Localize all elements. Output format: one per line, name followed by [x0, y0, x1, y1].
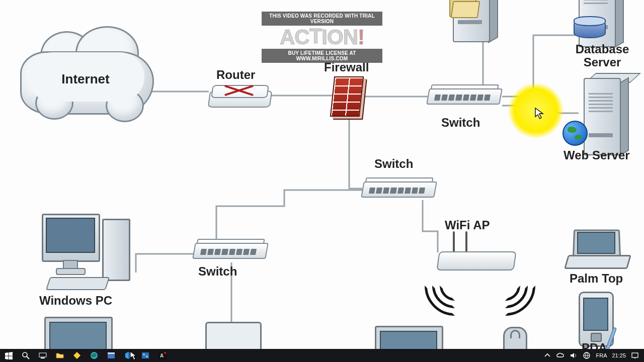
watermark-logo: ACTION! [262, 26, 382, 49]
mouse-cursor-icon [535, 108, 545, 121]
watermark-bottom-text: BUY LIFETIME LICENSE AT WWW.MIRILLIS.COM [262, 49, 382, 63]
search-button[interactable] [17, 349, 34, 362]
switch-mid-label: Switch [374, 157, 413, 171]
network-diagram: Internet Router Firewall Switch Switch [0, 0, 644, 349]
task-view-icon [39, 351, 47, 359]
database-cylinder-icon [574, 19, 604, 39]
action-recorder-button[interactable]: A [154, 349, 171, 362]
switch-low-label: Switch [198, 264, 237, 279]
folder-icon [56, 351, 64, 359]
notifications-icon[interactable] [631, 351, 639, 359]
switch-top-label: Switch [441, 116, 480, 130]
wifi-waves-icon [430, 265, 540, 306]
wifi-ap-label: WiFi AP [445, 218, 490, 232]
volume-icon[interactable] [570, 351, 578, 359]
task-view-button[interactable] [34, 349, 51, 362]
mouse-cursor-taskbar-icon [130, 351, 137, 361]
file-explorer-button[interactable] [51, 349, 68, 362]
web-server-label: Web Server [564, 148, 630, 162]
start-button[interactable] [0, 349, 17, 362]
taskbar-app-1[interactable] [68, 349, 86, 362]
svg-point-12 [164, 352, 166, 354]
router-icon [209, 83, 269, 111]
internet-label: Internet [20, 71, 151, 87]
search-icon [22, 351, 30, 359]
watermark-top-text: THIS VIDEO WAS RECORDED WITH TRIAL VERSI… [262, 12, 382, 26]
keyboard-language[interactable]: FRA [596, 352, 607, 358]
onedrive-icon[interactable] [556, 351, 565, 359]
switch-mid-icon [362, 177, 435, 200]
taskbar-app-3[interactable] [137, 349, 154, 362]
globe-icon [562, 121, 588, 146]
internet-cloud-icon: Internet [20, 41, 156, 124]
firewall-icon [332, 76, 365, 117]
chevron-up-icon[interactable] [543, 351, 551, 359]
svg-line-1 [27, 356, 29, 359]
palmtop-label: Palm Top [570, 272, 623, 286]
router-label: Router [216, 68, 255, 82]
action-app-icon: A [158, 351, 167, 359]
partial-phone-icon [503, 327, 533, 349]
windows-logo-icon [5, 352, 13, 359]
windows-taskbar[interactable]: A FRA 21:25 [0, 349, 644, 362]
app-diamond-icon [73, 351, 81, 359]
edge-button[interactable] [86, 349, 103, 362]
system-tray[interactable]: FRA 21:25 [538, 351, 644, 359]
clock-time[interactable]: 21:25 [612, 352, 626, 358]
svg-rect-3 [41, 357, 45, 358]
partial-monitor-2-icon [375, 326, 445, 349]
vm-app-icon [141, 351, 149, 359]
window-app-icon [107, 351, 115, 359]
svg-rect-8 [143, 353, 145, 355]
pda-label: PDA [582, 341, 607, 349]
windows-pc-icon [42, 214, 132, 294]
svg-rect-2 [39, 353, 46, 357]
switch-top-icon [428, 84, 501, 107]
switch-low-icon [194, 239, 267, 261]
svg-text:A: A [160, 353, 164, 358]
taskbar-app-2[interactable] [103, 349, 120, 362]
recorder-watermark: THIS VIDEO WAS RECORDED WITH TRIAL VERSI… [262, 12, 382, 63]
screen: Internet Router Firewall Switch Switch [0, 0, 644, 362]
folder-icon [449, 0, 477, 15]
svg-rect-14 [632, 353, 638, 357]
partial-monitor-icon [44, 317, 115, 349]
svg-rect-9 [146, 355, 148, 357]
db-server-label: Database Server [570, 43, 635, 69]
pda-icon [579, 292, 614, 349]
svg-point-0 [23, 352, 27, 357]
web-server-icon [579, 73, 626, 158]
partial-printer-icon [205, 322, 261, 349]
svg-rect-6 [108, 352, 115, 354]
edge-icon [90, 351, 98, 359]
windows-pc-label: Windows PC [39, 294, 112, 308]
network-globe-icon[interactable] [583, 351, 591, 359]
palmtop-icon [566, 229, 626, 269]
